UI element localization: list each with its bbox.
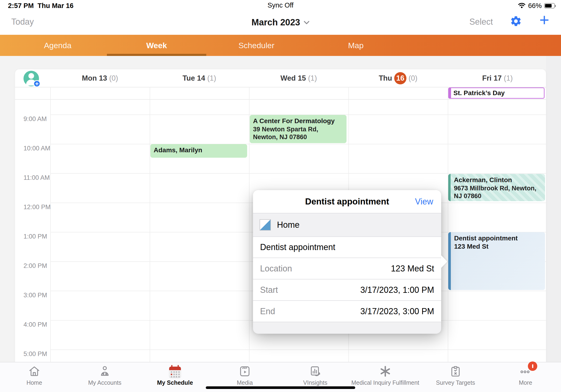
subject-row: Dentist appointment — [253, 237, 441, 258]
survey-clipboard-icon — [449, 365, 462, 378]
end-row: End3/17/2023, 3:00 PM — [253, 301, 441, 322]
today-date-badge: 16 — [394, 72, 406, 84]
time-label: 5:00 PM — [23, 350, 47, 358]
tabbar-media[interactable]: Media — [210, 365, 280, 386]
tab-map[interactable]: Map — [306, 35, 406, 56]
day-header-fri[interactable]: Fri17(1) — [448, 69, 547, 87]
event-adams-marilyn[interactable]: Adams, Marilyn — [150, 144, 247, 158]
day-header-mon[interactable]: Mon13(0) — [50, 69, 150, 87]
sync-status: Sync Off — [0, 1, 561, 9]
star-of-life-icon — [379, 365, 392, 378]
grid-line — [50, 173, 546, 174]
add-person-avatar-icon[interactable]: + — [23, 71, 39, 86]
calendar-source-row[interactable]: Home — [253, 213, 441, 237]
schedule-calendar-icon — [168, 365, 182, 378]
tabbar-my-accounts[interactable]: My Accounts — [70, 365, 140, 386]
grid-line — [50, 349, 546, 350]
wifi-icon — [518, 2, 526, 9]
page-background-strip — [546, 56, 561, 362]
time-label: 12:00 PM — [23, 204, 51, 211]
tab-agenda[interactable]: Agenda — [8, 35, 107, 56]
grid-line — [249, 87, 249, 363]
active-tab-underline — [107, 54, 206, 56]
popover-footer — [253, 322, 441, 334]
event-ackerman-clinton[interactable]: Ackerman, Clinton 9673 Millbrook Rd, New… — [448, 174, 545, 201]
popover-arrow — [441, 255, 447, 268]
tabbar-my-schedule[interactable]: My Schedule — [140, 365, 210, 386]
home-icon — [28, 365, 41, 378]
accounts-person-icon — [98, 365, 111, 378]
top-bar: 2:57 PM Thu Mar 16 Sync Off 66% Today Ma… — [0, 0, 561, 35]
event-dentist-appointment[interactable]: Dentist appointment 123 Med St — [448, 232, 545, 290]
battery-icon — [544, 3, 555, 9]
tabbar-home[interactable]: Home — [0, 365, 70, 386]
vinsights-chart-icon — [309, 365, 322, 378]
day-header-wed[interactable]: Wed15(1) — [249, 69, 348, 87]
location-row: Location123 Med St — [253, 258, 441, 279]
popover-header: Dentist appointment View — [253, 190, 441, 213]
popover-title: Dentist appointment — [305, 197, 389, 207]
grid-line — [150, 87, 150, 363]
add-event-button[interactable]: + — [539, 11, 549, 28]
holiday-banner[interactable]: St. Patrick’s Day — [448, 87, 545, 99]
more-dots-icon — [519, 365, 532, 378]
battery-percent: 66% — [528, 2, 542, 10]
tab-week[interactable]: Week — [107, 35, 206, 56]
grid-line — [50, 144, 546, 144]
day-header-thu-today[interactable]: Thu16(0) — [348, 69, 448, 87]
home-indicator[interactable] — [206, 386, 355, 389]
settings-gear-icon[interactable] — [510, 15, 522, 27]
app-screen: 2:57 PM Thu Mar 16 Sync Off 66% Today Ma… — [0, 0, 561, 392]
time-label: 2:00 PM — [23, 262, 47, 270]
view-button[interactable]: View — [415, 197, 433, 207]
event-dermatology[interactable]: A Center For Dermatology 39 Newton Spart… — [250, 115, 346, 143]
start-row: Start3/17/2023, 1:00 PM — [253, 279, 441, 301]
tabbar-vinsights[interactable]: VInsights — [280, 365, 351, 386]
chevron-down-icon — [303, 16, 310, 27]
more-notification-badge — [528, 361, 537, 371]
tabbar-medical-inquiry[interactable]: Medical Inquiry Fulfillment — [350, 365, 421, 386]
event-detail-popover: Dentist appointment View Home Dentist ap… — [253, 190, 441, 333]
time-label: 11:00 AM — [23, 174, 50, 181]
media-icon — [238, 365, 251, 378]
tab-scheduler[interactable]: Scheduler — [207, 35, 306, 56]
tabbar-more[interactable]: More — [490, 365, 561, 386]
time-label: 10:00 AM — [23, 145, 50, 152]
calendar-color-icon — [259, 219, 271, 230]
time-label: 3:00 PM — [23, 292, 47, 299]
day-header-tue[interactable]: Tue14(1) — [150, 69, 249, 87]
grid-line — [50, 87, 51, 363]
grid-line — [448, 87, 448, 363]
time-label: 4:00 PM — [23, 321, 47, 328]
time-label: 1:00 PM — [23, 233, 47, 240]
status-right: 66% — [518, 2, 555, 10]
time-label: 9:00 AM — [23, 115, 47, 123]
tabbar-survey-targets[interactable]: Survey Targets — [420, 365, 491, 386]
select-button[interactable]: Select — [469, 17, 493, 27]
view-tab-bar: Agenda Week Scheduler Map — [0, 35, 561, 56]
